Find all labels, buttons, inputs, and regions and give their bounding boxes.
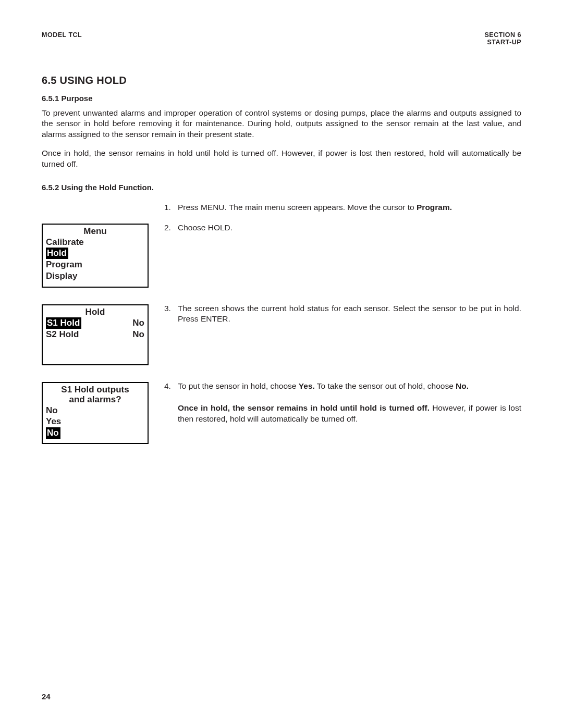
purpose-paragraph-2: Once in hold, the sensor remains in hold… [42,148,521,169]
lcd-line: No [46,405,144,416]
header-section: SECTION 6 [485,31,522,39]
step-text: The screen shows the current hold status… [178,303,521,325]
lcd-line: Program [46,259,144,270]
purpose-paragraph-1: To prevent unwanted alarms and improper … [42,108,521,140]
page: MODEL TCL SECTION 6 START-UP 6.5 USING H… [0,0,563,728]
lcd-value: No [132,329,144,340]
step-4: 4. To put the sensor in hold, choose Yes… [164,381,521,424]
step-row-1: 1. Press MENU. The main menu screen appe… [42,202,521,213]
lcd-value: No [132,317,144,329]
lcd-menu-screen: Menu Calibrate Hold Program Display [42,224,149,288]
lcd-title: Menu [46,226,144,237]
page-number: 24 [42,692,51,701]
lcd-highlight: No [46,427,60,439]
lcd-hold-status-screen: Hold S1 Hold No S2 Hold No [42,304,149,365]
running-header: MODEL TCL SECTION 6 START-UP [42,31,521,46]
lcd-line-highlighted: Hold [46,248,144,259]
step-4-b: Yes. [299,381,315,390]
step-3: 3. The screen shows the current hold sta… [164,303,521,325]
lcd-title: Hold [46,306,144,317]
step-4-d: No. [456,381,469,390]
lcd-highlight: S1 Hold [46,317,81,329]
lcd-title-line1: S1 Hold outputs [46,384,144,395]
lcd-line-highlighted: No [46,427,144,439]
lcd-highlight: Hold [46,248,68,259]
lcd-row: S2 Hold No [46,329,144,340]
lcd-hold-confirm-screen: S1 Hold outputs and alarms? No Yes No [42,382,149,444]
step-4-note-bold: Once in hold, the sensor remains in hold… [178,403,430,412]
step-1-text-a: Press MENU. The main menu screen appears… [178,203,417,212]
lcd-line: Display [46,270,144,281]
step-text: To put the sensor in hold, choose Yes. T… [178,381,521,424]
step-text: Choose HOLD. [178,223,521,233]
lcd-row: S1 Hold No [46,317,144,329]
instruction-area: 1. Press MENU. The main menu screen appe… [42,202,521,444]
step-number: 2. [164,223,178,233]
header-subsection: START-UP [485,39,522,46]
purpose-heading: 6.5.1 Purpose [42,94,521,103]
lcd-line: Yes [46,416,144,427]
step-row-4: S1 Hold outputs and alarms? No Yes No 4.… [42,381,521,444]
step-4-c: To take the sensor out of hold, choose [315,381,456,390]
header-right: SECTION 6 START-UP [485,31,522,46]
step-number: 3. [164,303,178,325]
step-4-a: To put the sensor in hold, choose [178,381,299,390]
step-1: 1. Press MENU. The main menu screen appe… [164,202,521,213]
step-text: Press MENU. The main menu screen appears… [178,202,521,213]
lcd-title-line2: and alarms? [46,394,144,405]
lcd-line: Calibrate [46,237,144,248]
section-title: 6.5 USING HOLD [42,75,521,87]
step-number: 4. [164,381,178,424]
step-2: 2. Choose HOLD. [164,223,521,233]
step-4-note: Once in hold, the sensor remains in hold… [178,403,521,424]
step-1-text-b: Program. [417,203,452,212]
header-left: MODEL TCL [42,31,82,46]
step-number: 1. [164,202,178,213]
using-heading: 6.5.2 Using the Hold Function. [42,183,521,192]
step-row-2: Menu Calibrate Hold Program Display 2. C… [42,223,521,288]
lcd-label: S2 Hold [46,329,79,340]
step-row-3: Hold S1 Hold No S2 Hold No 3. The screen… [42,303,521,365]
